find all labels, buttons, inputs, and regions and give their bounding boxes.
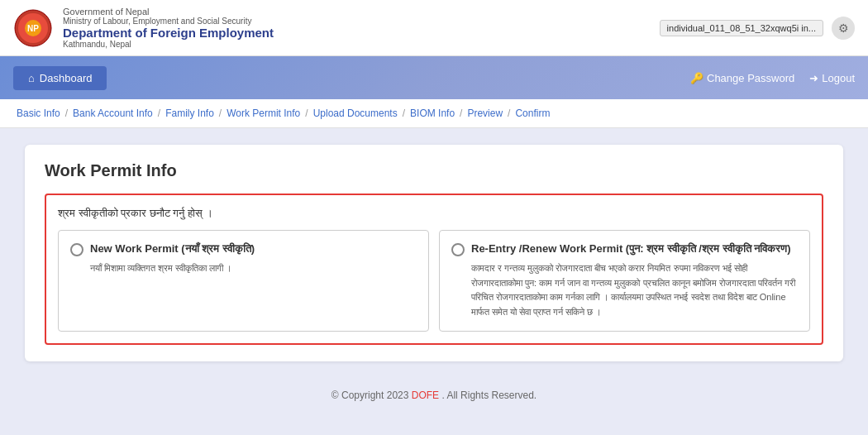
breadcrumb-sep-2: / [158,108,160,119]
breadcrumb-sep-4: / [305,108,308,119]
user-info-display: individual_011_08_51_32xqwq5i in... [660,20,823,36]
dashboard-label: Dashboard [40,72,93,84]
dept-label: Department of Foreign Employment [63,26,660,40]
page-footer: © Copyright 2023 DOFE . All Rights Reser… [0,378,868,413]
footer-copyright: © Copyright 2023 [331,390,409,401]
permit-type-selection-box: श्रम स्वीकृतीको प्रकार छनौट गर्नु होस् ।… [45,194,823,345]
gear-icon: ⚙ [838,22,849,35]
gov-name-label: Government of Nepal [63,7,660,17]
header-text-block: Government of Nepal Ministry of Labour, … [63,7,660,49]
breadcrumb-item-preview[interactable]: Preview [467,108,503,119]
main-content: Work Permit Info श्रम स्वीकृतीको प्रकार … [0,128,868,378]
logout-link[interactable]: ➜ Logout [809,72,855,84]
new-permit-title: New Work Permit (नयाँ श्रम स्वीकृति) [90,242,255,256]
nav-right-actions: 🔑 Change Password ➜ Logout [690,72,855,84]
breadcrumb-item-confirm[interactable]: Confirm [515,108,550,119]
reentry-work-permit-option[interactable]: Re-Entry /Renew Work Permit (पुन: श्रम स… [439,230,810,332]
work-permit-form-card: Work Permit Info श्रम स्वीकृतीको प्रकार … [25,145,843,361]
logout-label: Logout [822,72,855,84]
permit-options-grid: New Work Permit (नयाँ श्रम स्वीकृति) नया… [58,230,810,332]
selection-prompt: श्रम स्वीकृतीको प्रकार छनौट गर्नु होस् । [58,207,810,220]
new-permit-header: New Work Permit (नयाँ श्रम स्वीकृति) [70,242,417,256]
breadcrumb-item-biom-info[interactable]: BIOM Info [410,108,455,119]
home-icon: ⌂ [28,72,35,84]
breadcrumb-sep-7: / [508,108,510,119]
footer-highlight: DOFE [412,390,439,401]
breadcrumb-item-family-info[interactable]: Family Info [165,108,214,119]
breadcrumb-sep-6: / [460,108,462,119]
settings-button[interactable]: ⚙ [832,17,855,40]
new-permit-description: नयाँ मिशामा व्यक्तिगत श्रम स्वीकृतिका ला… [70,261,417,276]
change-password-label: Change Password [707,72,794,84]
breadcrumb-sep-3: / [219,108,222,119]
nav-bar: ⌂ Dashboard 🔑 Change Password ➜ Logout [0,56,868,99]
reentry-permit-description: कामदार र गन्तव्य मुलुकको रोजगारदाता बीच … [451,261,798,319]
page-header: NP Government of Nepal Ministry of Labou… [0,0,868,56]
footer-suffix: . All Rights Reserved. [441,390,537,401]
location-label: Kathmandu, Nepal [63,40,660,49]
breadcrumb-item-bank-account[interactable]: Bank Account Info [73,108,153,119]
reentry-permit-radio[interactable] [451,243,465,256]
breadcrumb-item-work-permit: Work Permit Info [227,108,300,119]
reentry-permit-header: Re-Entry /Renew Work Permit (पुन: श्रम स… [451,242,798,256]
breadcrumb: Basic Info / Bank Account Info / Family … [0,99,868,128]
government-logo: NP [13,8,53,48]
new-work-permit-option[interactable]: New Work Permit (नयाँ श्रम स्वीकृति) नया… [58,230,429,332]
reentry-permit-title: Re-Entry /Renew Work Permit (पुन: श्रम स… [471,242,791,256]
logout-icon: ➜ [809,72,818,84]
breadcrumb-sep-5: / [403,108,405,119]
ministry-label: Ministry of Labour, Employment and Socia… [63,17,660,26]
header-right-block: individual_011_08_51_32xqwq5i in... ⚙ [660,17,855,40]
breadcrumb-item-upload-docs[interactable]: Upload Documents [313,108,398,119]
breadcrumb-item-basic-info[interactable]: Basic Info [17,108,60,119]
svg-text:NP: NP [27,24,39,33]
change-password-link[interactable]: 🔑 Change Password [690,72,794,84]
form-title: Work Permit Info [45,161,823,180]
key-icon: 🔑 [690,72,703,84]
new-permit-radio[interactable] [70,243,83,256]
breadcrumb-sep-1: / [65,108,68,119]
dashboard-button[interactable]: ⌂ Dashboard [13,66,107,90]
